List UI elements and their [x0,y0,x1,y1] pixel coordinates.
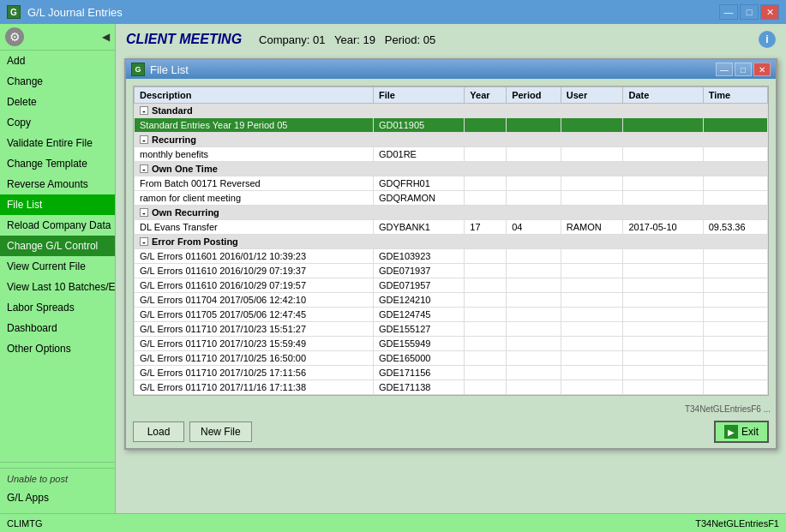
cell-description: From Batch 00171 Reversed [135,176,374,191]
content-area: CLIENT MEETING Company: 01 Year: 19 Peri… [116,24,786,532]
sidebar-item-delete[interactable]: Delete [0,92,115,112]
sidebar-header: ⚙ ◀ [0,24,115,51]
cell-file: GDE071957 [373,278,464,293]
cell-period [507,176,561,191]
dialog-maximize-button[interactable]: □ [735,63,752,76]
cell-date [623,118,703,133]
unable-to-post-status: Unable to post [0,470,115,487]
cell-file: GDE155127 [373,322,464,337]
table-row[interactable]: G/L Errors 011710 2017/10/25 17:11:56GDE… [135,366,768,380]
sidebar-item-view-current-file[interactable]: View Current File [0,256,115,277]
cell-period [507,249,561,264]
dialog-close-button[interactable]: ✕ [753,63,771,76]
sidebar-item-change[interactable]: Change [0,71,115,92]
table-row[interactable]: G/L Errors 011610 2016/10/29 07:19:57GDE… [135,278,768,293]
table-row[interactable]: Standard Entries Year 19 Period 05GD0119… [135,118,768,133]
table-scroll-wrapper[interactable]: Description File Year Period User Date T… [134,87,768,395]
table-row[interactable]: ramon for client meetingGDQRAMON [135,191,768,206]
table-row[interactable]: G/L Errors 011710 2017/10/23 15:59:49GDE… [135,337,768,351]
cell-time [703,118,767,133]
cell-file: GDE124745 [373,308,464,322]
main-layout: ⚙ ◀ Add Change Delete Copy Validate Enti… [0,24,786,532]
cell-file: GDQFRH01 [373,176,464,191]
cell-date [623,147,703,162]
exit-label: Exit [741,426,759,438]
col-time: Time [703,87,767,104]
cell-time [703,337,767,351]
table-row[interactable]: G/L Errors 011601 2016/01/12 10:39:23GDE… [135,249,768,264]
cell-description: G/L Errors 011704 2017/05/06 12:42:10 [135,293,374,308]
new-file-button[interactable]: New File [189,421,252,442]
group-collapse-error-from-posting[interactable]: - [140,237,148,246]
exit-button[interactable]: ▶ Exit [714,421,769,443]
group-collapse-own-recurring[interactable]: - [140,208,148,217]
cell-time [703,264,767,278]
dialog-minimize-button[interactable]: — [716,63,733,76]
cell-user [561,322,623,337]
group-header-standard: -Standard [135,104,768,118]
cell-user [561,191,623,206]
group-header-error-from-posting: -Error From Posting [135,235,768,249]
group-collapse-own-one-time[interactable]: - [140,164,148,173]
cell-user [561,293,623,308]
cell-year [465,322,507,337]
sidebar-item-add[interactable]: Add [0,51,115,71]
table-row[interactable]: monthly benefitsGD01RE [135,147,768,162]
cell-time [703,278,767,293]
group-collapse-recurring[interactable]: - [140,135,148,144]
table-row[interactable]: From Batch 00171 ReversedGDQFRH01 [135,176,768,191]
cell-period [507,322,561,337]
sidebar-item-reload-company[interactable]: Reload Company Data [0,215,115,236]
cell-file: GDYBANK1 [373,220,464,235]
collapse-button[interactable]: ◀ [102,31,110,43]
sidebar-item-reverse-amounts[interactable]: Reverse Amounts [0,174,115,194]
cell-description: G/L Errors 011610 2016/10/29 07:19:37 [135,264,374,278]
sidebar-item-gl-apps[interactable]: G/L Apps [0,487,115,508]
cell-year [465,176,507,191]
sidebar-item-file-list[interactable]: File List [0,194,115,215]
sidebar-item-copy[interactable]: Copy [0,112,115,133]
cell-year: 17 [465,220,507,235]
close-button[interactable]: ✕ [760,4,779,20]
cell-year [465,380,507,395]
minimize-button[interactable]: — [719,4,738,20]
table-row[interactable]: DL Evans TransferGDYBANK11704RAMON2017-0… [135,220,768,235]
cell-file: GDE171156 [373,366,464,380]
table-row[interactable]: G/L Errors 011710 2017/10/23 15:51:27GDE… [135,322,768,337]
sidebar-item-validate[interactable]: Validate Entire File [0,133,115,153]
table-row[interactable]: G/L Errors 011610 2016/10/29 07:19:37GDE… [135,264,768,278]
cell-user [561,366,623,380]
cell-time [703,380,767,395]
dialog-app-icon: G [131,63,145,76]
sidebar-menu: Add Change Delete Copy Validate Entire F… [0,51,115,462]
maximize-button[interactable]: □ [740,4,759,20]
file-table-body: -StandardStandard Entries Year 19 Period… [135,104,768,395]
table-row[interactable]: G/L Errors 011710 2017/10/25 16:50:00GDE… [135,351,768,366]
dialog-title: File List [150,63,189,76]
sidebar-item-view-last-10[interactable]: View Last 10 Batches/Edit [0,277,115,297]
sidebar-item-change-gl-control[interactable]: Change G/L Control [0,236,115,256]
cell-period [507,278,561,293]
cell-date: 2017-05-10 [623,220,703,235]
col-user: User [561,87,623,104]
cell-file: GDE103923 [373,249,464,264]
sidebar-item-dashboard[interactable]: Dashboard [0,318,115,338]
cell-file: GDE171138 [373,380,464,395]
sidebar-item-labor-spreads[interactable]: Labor Spreads [0,297,115,318]
group-collapse-standard[interactable]: - [140,106,148,115]
cell-description: DL Evans Transfer [135,220,374,235]
gear-icon[interactable]: ⚙ [5,27,24,46]
info-icon[interactable]: i [759,31,776,48]
table-row[interactable]: G/L Errors 011710 2017/11/16 17:11:38GDE… [135,380,768,395]
cell-date [623,264,703,278]
sidebar-item-change-template[interactable]: Change Template [0,153,115,174]
cell-description: monthly benefits [135,147,374,162]
cell-user [561,147,623,162]
table-row[interactable]: G/L Errors 011704 2017/05/06 12:42:10GDE… [135,293,768,308]
sidebar-item-other-options[interactable]: Other Options [0,338,115,359]
col-file: File [373,87,464,104]
table-row[interactable]: G/L Errors 011705 2017/05/06 12:47:45GDE… [135,308,768,322]
status-left: CLIMTG [7,518,43,529]
cell-date [623,380,703,395]
load-button[interactable]: Load [133,421,184,442]
